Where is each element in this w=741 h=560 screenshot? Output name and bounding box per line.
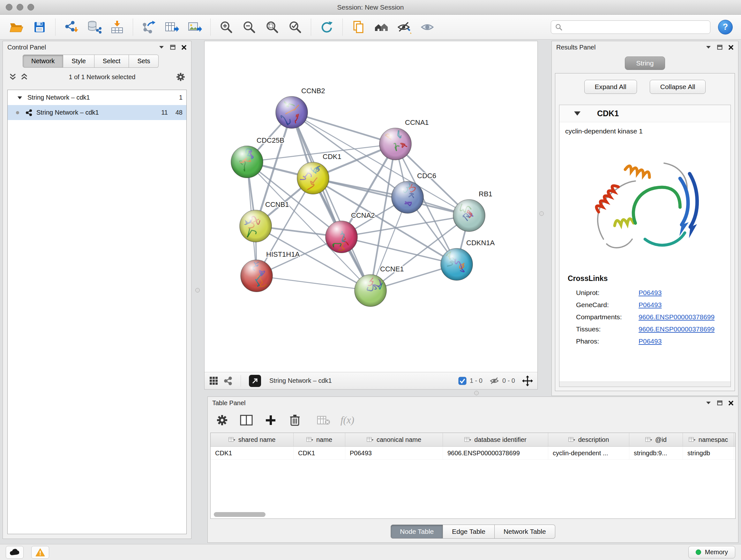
network-row[interactable]: String Network – cdk1 11 48	[8, 105, 186, 120]
network-node-CCNB1[interactable]: CCNB1	[240, 200, 289, 242]
network-edge[interactable]	[292, 112, 370, 291]
toolbar-separator	[55, 18, 56, 36]
tab-select[interactable]: Select	[94, 55, 129, 68]
section-collapse-triangle-icon[interactable]	[574, 111, 581, 116]
cloud-status-button[interactable]	[6, 546, 23, 559]
search-input[interactable]	[565, 21, 706, 33]
column-header-description[interactable]: description	[548, 433, 629, 446]
panel-menu-button[interactable]	[705, 45, 711, 49]
column-header-namespac[interactable]: namespac	[683, 433, 734, 446]
crosslink-value-link[interactable]: P06493	[638, 289, 662, 297]
warnings-button[interactable]	[31, 546, 49, 559]
panel-close-button[interactable]	[181, 45, 187, 50]
selected-counts-text: 1 - 0	[470, 377, 482, 384]
results-horizontal-scrollbar[interactable]	[559, 381, 731, 387]
network-options-gear-button[interactable]	[176, 72, 185, 82]
add-column-button[interactable]	[263, 413, 278, 428]
window-controls	[6, 4, 34, 10]
checkbox-checked-icon[interactable]	[458, 377, 467, 385]
table-delete-icon	[317, 415, 330, 425]
tab-string[interactable]: String	[625, 57, 665, 70]
column-header-database-identifier[interactable]: database identifier	[443, 433, 548, 446]
network-node-CDKN1A[interactable]: CDKN1A	[441, 239, 495, 280]
table-horizontal-scrollbar-thumb[interactable]	[214, 512, 266, 517]
export-table-button[interactable]	[161, 17, 182, 37]
import-network-file-button[interactable]	[61, 17, 81, 37]
column-header-shared-name[interactable]: shared name	[211, 433, 293, 446]
tab-edge-table[interactable]: Edge Table	[443, 524, 495, 539]
network-edge[interactable]	[313, 178, 469, 215]
crosslink-value-link[interactable]: P06493	[638, 301, 662, 309]
network-node-CDC25B[interactable]: CDC25B	[231, 136, 284, 178]
vertical-splitter-handle[interactable]	[195, 288, 200, 293]
network-collection-row[interactable]: String Network – cdk1 1	[8, 90, 186, 105]
panel-menu-button[interactable]	[158, 45, 164, 49]
tab-network-table[interactable]: Network Table	[495, 524, 555, 539]
export-network-button[interactable]	[138, 17, 159, 37]
table-row[interactable]: CDK1CDK1P064939606.ENSP00000378699cyclin…	[211, 447, 735, 460]
network-node-CDK1[interactable]: CDK1	[297, 152, 341, 194]
maximize-window-button[interactable]	[27, 4, 34, 10]
tab-sets[interactable]: Sets	[129, 55, 158, 68]
minimize-window-button[interactable]	[17, 4, 23, 10]
export-image-button[interactable]	[185, 17, 205, 37]
panel-float-button[interactable]	[717, 45, 723, 50]
expand-all-icon-button[interactable]	[20, 73, 28, 81]
crosslink-value-link[interactable]: 9606.ENSP00000378699	[638, 325, 715, 333]
tab-style[interactable]: Style	[63, 55, 94, 68]
column-header-@id[interactable]: @id	[629, 433, 683, 446]
tab-node-table[interactable]: Node Table	[391, 524, 443, 539]
network-node-CCNB2[interactable]: CCNB2	[276, 87, 325, 128]
show-columns-button[interactable]	[239, 413, 254, 428]
import-network-database-button[interactable]	[84, 17, 105, 37]
gene-section-header[interactable]: CDK1	[559, 105, 731, 122]
function-builder-button[interactable]: f(x)	[340, 413, 354, 428]
grid-view-button[interactable]	[209, 376, 219, 386]
crosslink-value-link[interactable]: P06493	[638, 337, 662, 345]
column-sort-icon	[367, 437, 374, 442]
document-copy-button[interactable]	[348, 17, 368, 37]
home-button[interactable]	[371, 17, 392, 37]
network-canvas[interactable]: CCNB2CCNA1CDC25BCDK1CDC6RB1CCNB1CCNA2CDK…	[205, 41, 537, 372]
panel-float-button[interactable]	[717, 400, 723, 406]
memory-button[interactable]: Memory	[688, 546, 735, 558]
network-node-label: CDC6	[417, 172, 436, 180]
panel-menu-button[interactable]	[705, 401, 711, 405]
zoom-in-button[interactable]	[216, 17, 237, 37]
network-node-RB1[interactable]: RB1	[453, 190, 492, 232]
vertical-splitter-handle[interactable]	[539, 211, 544, 216]
pan-tool-button[interactable]	[522, 375, 533, 386]
close-window-button[interactable]	[6, 4, 12, 10]
open-session-button[interactable]	[6, 17, 27, 37]
collapse-all-icon-button[interactable]	[9, 73, 17, 81]
zoom-out-button[interactable]	[239, 17, 259, 37]
delete-column-button[interactable]	[287, 413, 302, 428]
close-icon	[181, 45, 187, 50]
column-header-name[interactable]: name	[293, 433, 345, 446]
apply-layout-button[interactable]	[317, 17, 337, 37]
open-in-window-button[interactable]	[249, 375, 261, 387]
panel-close-button[interactable]	[728, 45, 734, 50]
network-overview-button[interactable]	[224, 376, 232, 385]
network-node-CCNA1[interactable]: CCNA1	[380, 118, 429, 160]
panel-close-button[interactable]	[728, 400, 734, 406]
column-header-canonical-name[interactable]: canonical name	[345, 433, 443, 446]
collapse-all-button[interactable]: Collapse All	[650, 80, 706, 94]
import-table-button[interactable]	[107, 17, 127, 37]
panel-float-button[interactable]	[170, 45, 176, 50]
horizontal-splitter-handle[interactable]	[474, 391, 479, 395]
network-node-HIST1H1A[interactable]: HIST1H1A	[241, 250, 300, 292]
zoom-selected-button[interactable]	[285, 17, 306, 37]
show-hide-elements-button[interactable]	[417, 17, 437, 37]
network-edge[interactable]	[257, 276, 370, 291]
network-graph[interactable]: CCNB2CCNA1CDC25BCDK1CDC6RB1CCNB1CCNA2CDK…	[205, 41, 537, 372]
tab-network[interactable]: Network	[23, 55, 63, 68]
expand-all-button[interactable]: Expand All	[584, 80, 637, 94]
save-session-button[interactable]	[29, 17, 50, 37]
delete-table-button[interactable]	[316, 413, 331, 428]
toggle-graphics-details-button[interactable]	[394, 17, 414, 37]
table-settings-gear-button[interactable]	[215, 413, 229, 428]
crosslink-value-link[interactable]: 9606.ENSP00000378699	[638, 313, 715, 321]
help-button[interactable]: ?	[718, 20, 733, 35]
zoom-fit-button[interactable]	[262, 17, 282, 37]
